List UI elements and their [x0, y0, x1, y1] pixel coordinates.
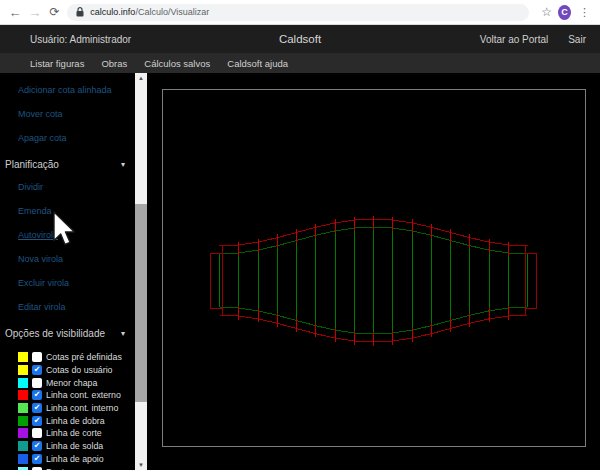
visibility-label: Menor chapa: [46, 378, 97, 388]
visibility-checkbox[interactable]: ✔: [32, 441, 42, 451]
sidebar-link[interactable]: Autovirola: [0, 230, 135, 240]
visibility-option-row: ✔Linha de apoio: [18, 453, 135, 466]
nav-item[interactable]: Cálculos salvos: [144, 58, 210, 69]
visibility-option-row: Menor chapa: [18, 376, 135, 389]
section-visibilidade-label: Opções de visibilidade: [5, 328, 105, 339]
color-swatch: [18, 365, 28, 375]
color-swatch: [18, 454, 28, 464]
sidebar-link[interactable]: Nova virola: [0, 254, 135, 264]
color-swatch: [18, 390, 28, 400]
visibility-option-row: ✔Cotas do usuário: [18, 364, 135, 377]
visibility-checkbox[interactable]: ✔: [32, 390, 42, 400]
browser-menu-icon[interactable]: ⋮: [577, 6, 592, 19]
chevron-down-icon: ▾: [121, 329, 125, 338]
scroll-up-icon[interactable]: ▲: [135, 73, 147, 83]
color-swatch: [18, 352, 28, 362]
main-viewport: [147, 73, 600, 470]
visibility-checkbox[interactable]: [32, 428, 42, 438]
sidebar-top-links: Adicionar cota alinhadaMover cotaApagar …: [0, 85, 135, 143]
profile-avatar[interactable]: C: [558, 5, 571, 20]
visibility-checkbox[interactable]: [32, 467, 42, 470]
visibility-label: Cotas pré definidas: [46, 352, 122, 362]
sidebar-link[interactable]: Dividir: [0, 182, 135, 192]
visibility-option-row: Linha de corte: [18, 427, 135, 440]
visibility-option-row: Cotas pré definidas: [18, 351, 135, 364]
visibility-option-row: Pontos: [18, 465, 135, 470]
visibility-label: Pontos: [46, 467, 73, 470]
visibility-option-row: ✔Linha cont. externo: [18, 389, 135, 402]
visibility-label: Linha de corte: [46, 428, 102, 438]
visibility-checkbox[interactable]: ✔: [32, 403, 42, 413]
visibility-label: Cotas do usuário: [46, 365, 113, 375]
url-text: calculo.info/Calculo/Visualizar: [90, 7, 209, 17]
sidebar: Adicionar cota alinhadaMover cotaApagar …: [0, 73, 135, 470]
sidebar-link[interactable]: Adicionar cota alinhada: [0, 85, 135, 95]
visibility-option-row: ✔Linha de solda: [18, 440, 135, 453]
visibility-checkbox[interactable]: [32, 352, 42, 362]
browser-forward-icon[interactable]: →: [28, 6, 42, 19]
sidebar-link[interactable]: Apagar cota: [0, 133, 135, 143]
sidebar-link[interactable]: Editar virola: [0, 302, 135, 312]
sair-link[interactable]: Sair: [568, 34, 586, 45]
visibility-option-row: ✔Linha cont. interno: [18, 402, 135, 415]
visibility-checkbox[interactable]: [32, 378, 42, 388]
scroll-down-icon[interactable]: ▼: [135, 460, 147, 470]
lock-icon: [76, 7, 84, 17]
browser-refresh-icon[interactable]: ⟳: [48, 6, 62, 18]
sidebar-link[interactable]: Excluir virola: [0, 278, 135, 288]
browser-back-icon[interactable]: ←: [8, 6, 22, 19]
visibility-label: Linha de apoio: [46, 454, 104, 464]
content-area: Adicionar cota alinhadaMover cotaApagar …: [0, 73, 600, 470]
section-planificacao-label: Planificação: [5, 159, 59, 170]
visibility-label: Linha cont. interno: [46, 403, 118, 413]
visibility-label: Linha cont. externo: [46, 390, 121, 400]
visibility-label: Linha de dobra: [46, 416, 105, 426]
address-bar[interactable]: calculo.info/Calculo/Visualizar: [67, 4, 529, 21]
chevron-down-icon: ▾: [121, 160, 125, 169]
sidebar-link[interactable]: Mover cota: [0, 109, 135, 119]
sidebar-link[interactable]: Emenda: [0, 206, 135, 216]
color-swatch: [18, 441, 28, 451]
section-visibilidade[interactable]: Opções de visibilidade ▾: [0, 326, 135, 341]
app-navbar: Listar figurasObrasCálculos salvosCaldso…: [0, 53, 600, 73]
cad-drawing[interactable]: [147, 73, 600, 470]
visibility-checkbox[interactable]: ✔: [32, 416, 42, 426]
color-swatch: [18, 378, 28, 388]
sidebar-scrollbar[interactable]: ▲ ▼: [135, 73, 147, 470]
nav-item[interactable]: Caldsoft ajuda: [227, 58, 288, 69]
scrollbar-track[interactable]: [135, 83, 147, 460]
browser-toolbar: ← → ⟳ calculo.info/Calculo/Visualizar ☆ …: [0, 0, 600, 25]
color-swatch: [18, 416, 28, 426]
scrollbar-thumb[interactable]: [135, 204, 147, 402]
visibility-label: Linha de solda: [46, 441, 103, 451]
nav-item[interactable]: Listar figuras: [30, 58, 84, 69]
app-header: Usuário: Administrador Caldsoft Voltar a…: [0, 25, 600, 53]
color-swatch: [18, 428, 28, 438]
nav-item[interactable]: Obras: [101, 58, 127, 69]
color-swatch: [18, 467, 28, 470]
voltar-portal-link[interactable]: Voltar ao Portal: [480, 34, 548, 45]
section-planificacao[interactable]: Planificação ▾: [0, 157, 135, 172]
visibility-checkbox[interactable]: ✔: [32, 454, 42, 464]
visibility-checkbox[interactable]: ✔: [32, 365, 42, 375]
visibility-options: Cotas pré definidas✔Cotas do usuárioMeno…: [0, 351, 135, 470]
bookmark-star-icon[interactable]: ☆: [541, 5, 552, 19]
color-swatch: [18, 403, 28, 413]
planificacao-links: DividirEmendaAutovirolaNova virolaExclui…: [0, 182, 135, 312]
visibility-option-row: ✔Linha de dobra: [18, 414, 135, 427]
